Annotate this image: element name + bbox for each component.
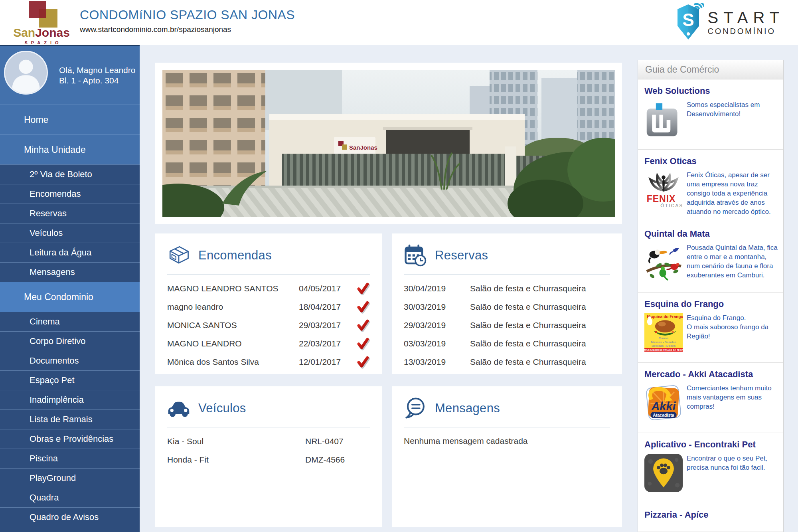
guide-entry-title: Web Soluctions bbox=[644, 86, 778, 96]
sidebar-item-label: Piscina bbox=[30, 453, 58, 464]
encomenda-name: MONICA SANTOS bbox=[167, 320, 299, 330]
encomenda-date: 29/03/2017 bbox=[299, 320, 355, 330]
sidebar-item[interactable]: Encomendas bbox=[0, 184, 140, 204]
sidebar-item[interactable]: Mensagens bbox=[0, 262, 140, 282]
package-icon bbox=[167, 244, 190, 267]
start-subtitle: CONDOMÍNIO bbox=[708, 27, 784, 36]
sidebar-item[interactable]: Inadimplência bbox=[0, 390, 140, 409]
esquina-logo-line: Temos bbox=[659, 336, 668, 340]
sidebar-item[interactable]: 2º Via de Boleto bbox=[0, 164, 140, 184]
guide-entry-title: Quintal da Mata bbox=[644, 229, 778, 239]
sidebar-item[interactable]: Quadro de Avisos bbox=[0, 507, 140, 527]
panel-title-mensagens: Mensagens bbox=[435, 401, 500, 415]
sidebar-item[interactable]: Reservas bbox=[0, 204, 140, 223]
car-icon bbox=[167, 397, 190, 420]
delivered-check-icon bbox=[356, 336, 370, 351]
veiculo-plate: DMZ-4566 bbox=[305, 455, 345, 465]
hero-photo-panel: SanJonas bbox=[155, 63, 622, 224]
reservas-panel: Reservas 30/04/2019 Salão de festa e Chu… bbox=[392, 233, 622, 374]
guide-entry-encontraki-pet[interactable]: Aplicativo - Encontraki Pet bbox=[638, 433, 783, 503]
reserva-row: 03/03/2019 Salão de festa e Churrasqueir… bbox=[404, 334, 610, 353]
sidebar-menu: Home Minha Unidade 2º Via de Boleto Enco… bbox=[0, 105, 140, 527]
guide-entry-esquina-do-frango[interactable]: Esquina do Frango Esquina do Frango Temo… bbox=[638, 293, 783, 363]
sidebar-item-label: Lista de Ramais bbox=[30, 414, 93, 425]
sidebar-item-label: Veículos bbox=[30, 228, 63, 238]
sidebar-item[interactable]: Meu Condominio bbox=[0, 282, 140, 312]
guide-entry-web-soluctions[interactable]: Web Soluctions Somos especialistas em De… bbox=[638, 79, 783, 150]
guide-entry-quintal-da-mata[interactable]: Quintal da Mata bbox=[638, 222, 783, 293]
reserva-row: 30/04/2019 Salão de festa e Churrasqueir… bbox=[404, 279, 610, 298]
sidebar-item-label: Inadimplência bbox=[30, 395, 84, 405]
sidebar-item[interactable]: Lista de Ramais bbox=[0, 409, 140, 429]
guide-entry-title: Aplicativo - Encontraki Pet bbox=[644, 439, 778, 450]
gate-sign-text: SanJonas bbox=[349, 144, 377, 151]
reserva-row: 13/03/2019 Salão de festa e Churrasqueir… bbox=[404, 353, 610, 371]
guide-entry-desc: Pousada Quintal da Mata, fica entre o ma… bbox=[687, 243, 778, 280]
speech-bubble-icon bbox=[404, 397, 427, 420]
sidebar: Olá, Magno Leandro Bl. 1 - Apto. 304 Hom… bbox=[0, 45, 140, 532]
delivered-check-icon bbox=[356, 281, 370, 296]
delivered-check-icon bbox=[356, 318, 370, 332]
sidebar-item[interactable]: Leitura da Água bbox=[0, 243, 140, 262]
quintal-da-mata-logo-icon bbox=[644, 243, 683, 281]
sidebar-item[interactable]: Veículos bbox=[0, 223, 140, 243]
encomenda-row: MONICA SANTOS 29/03/2017 bbox=[167, 316, 370, 334]
avatar bbox=[4, 51, 48, 95]
encomenda-name: magno leandro bbox=[167, 302, 299, 312]
sidebar-item-label: Reservas bbox=[30, 208, 67, 219]
sidebar-item[interactable]: Minha Unidade bbox=[0, 134, 140, 164]
sidebar-item[interactable]: Piscina bbox=[0, 449, 140, 468]
delivered-check-icon bbox=[356, 300, 370, 314]
user-card: Olá, Magno Leandro Bl. 1 - Apto. 304 bbox=[0, 46, 140, 105]
panel-title-reservas: Reservas bbox=[435, 248, 488, 263]
guide-entry-pizzaria-apice[interactable]: Pizzaria - Apíce bbox=[638, 503, 783, 532]
logo-text-san: San bbox=[13, 26, 35, 39]
sidebar-item[interactable]: Home bbox=[0, 105, 140, 134]
sidebar-item[interactable]: Obras e Providências bbox=[0, 429, 140, 449]
header: SanJonas SPAZIO CONDOMíNIO SPAZIO SAN JO… bbox=[0, 0, 798, 45]
encomendas-panel: Encomendas MAGNO LEANDRO SANTOS 04/05/20… bbox=[155, 233, 382, 374]
reserva-date: 13/03/2019 bbox=[404, 357, 470, 367]
sidebar-item[interactable]: Cinema bbox=[0, 312, 140, 331]
reserva-place: Salão de festa e Churrasqueira bbox=[470, 320, 586, 330]
person-silhouette-icon bbox=[5, 52, 47, 93]
sidebar-item-label: Obras e Providências bbox=[30, 434, 113, 444]
sidebar-item-label: Mensagens bbox=[30, 267, 75, 277]
sidebar-item[interactable]: PlayGround bbox=[0, 468, 140, 488]
reservas-list: 30/04/2019 Salão de festa e Churrasqueir… bbox=[392, 275, 622, 371]
reserva-date: 30/03/2019 bbox=[404, 302, 470, 312]
sidebar-item-label: Documentos bbox=[30, 356, 79, 366]
guide-entry-fenix-oticas[interactable]: Fenix Oticas FENIX ÓTICAS bbox=[638, 150, 783, 222]
sidebar-item-label: Cinema bbox=[30, 316, 60, 327]
sanjonas-logo: SanJonas SPAZIO bbox=[6, 1, 77, 45]
guide-entry-desc: Comerciantes tenham muito mais vantagens… bbox=[687, 384, 778, 411]
sidebar-item[interactable]: Espaço Pet bbox=[0, 370, 140, 390]
esquina-logo-header: Esquina do Frango bbox=[647, 314, 683, 319]
encomenda-row: MAGNO LEANDRO SANTOS 04/05/2017 bbox=[167, 279, 370, 298]
sidebar-item[interactable]: Documentos bbox=[0, 351, 140, 370]
veiculo-model: Kia - Soul bbox=[167, 437, 305, 446]
guide-entry-desc: Somos especialistas em Desenvolvimento! bbox=[687, 100, 778, 119]
fenix-logo-text: FENIX bbox=[647, 194, 676, 204]
svg-text:S: S bbox=[682, 10, 694, 30]
sidebar-item[interactable]: Corpo Diretivo bbox=[0, 331, 140, 351]
panel-title-veiculos: Veículos bbox=[198, 401, 246, 415]
sidebar-item-label: Minha Unidade bbox=[24, 144, 86, 155]
start-logo-text: START CONDOMÍNIO bbox=[708, 9, 784, 36]
sidebar-item[interactable]: Quadra bbox=[0, 488, 140, 507]
guide-header: Guia de Comércio bbox=[638, 60, 783, 79]
sidebar-item-label: Espaço Pet bbox=[30, 375, 75, 386]
veiculo-row: Kia - Soul NRL-0407 bbox=[167, 432, 370, 451]
guide-entry-desc: Esquina do Frango. O mais saboroso frang… bbox=[687, 313, 778, 341]
reserva-place: Salão de festa e Churrasqueira bbox=[470, 302, 586, 312]
akki-atacadista-logo-icon: Akki Atacadista bbox=[644, 384, 683, 422]
encomenda-name: Mônica dos Santos Silva bbox=[167, 357, 299, 367]
delivered-check-icon bbox=[356, 355, 370, 369]
guide-entry-akki-atacadista[interactable]: Mercado - Akki Atacadista Akki Atacadist… bbox=[638, 363, 783, 433]
reserva-row: 29/03/2019 Salão de festa e Churrasqueir… bbox=[404, 316, 610, 334]
logo-text-spazio: SPAZIO bbox=[6, 40, 77, 45]
reserva-place: Salão de festa e Churrasqueira bbox=[470, 284, 586, 293]
akki-logo-text: Akki bbox=[651, 400, 676, 413]
sidebar-item-label: PlayGround bbox=[30, 473, 76, 483]
sidebar-item-label: Quadra bbox=[30, 492, 59, 503]
